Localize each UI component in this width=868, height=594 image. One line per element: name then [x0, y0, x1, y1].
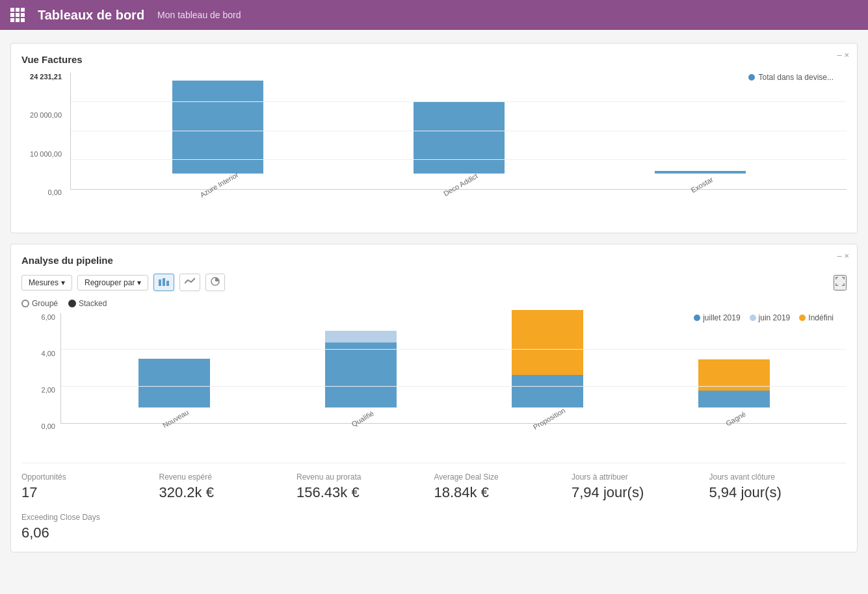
pipeline-toolbar: Mesures ▾ Regrouper par ▾	[21, 274, 847, 291]
bar-nouveau-blue	[138, 359, 210, 407]
svg-rect-0	[159, 279, 161, 286]
app-title: Tableaux de bord	[38, 8, 144, 23]
metric-opportunites: Opportunités 17	[21, 472, 159, 508]
chart1-bars-area: Azure Interior Deco Addict Exostar	[70, 73, 847, 190]
pie-chart-btn[interactable]	[205, 274, 225, 291]
metric-revenu-prorata: Revenu au prorata 156.43k €	[296, 472, 434, 508]
bar-nouveau: Nouveau	[138, 313, 210, 423]
y2-4: 4,00	[42, 350, 55, 357]
bar-proposition-label: Proposition	[532, 406, 567, 431]
y2-0: 0,00	[42, 422, 55, 430]
y2-6: 6,00	[42, 313, 55, 321]
card2-title: Analyse du pipeline	[21, 255, 847, 266]
bar-qualifie-blue	[325, 342, 397, 407]
bar-qualifie: Qualifié	[325, 313, 397, 423]
bar-exostar-label: Exostar	[689, 175, 714, 194]
bar-gagne: Gagné	[698, 313, 770, 423]
yaxis-label: 0,00	[48, 188, 62, 196]
grouped-radio[interactable]	[21, 300, 29, 307]
bar-nouveau-label: Nouveau	[161, 408, 190, 429]
yaxis-label: 10 000,00	[30, 150, 62, 158]
bar-chart-btn[interactable]	[153, 274, 174, 291]
bar-qualifie-light	[325, 331, 397, 342]
yaxis-label: 20 000,00	[30, 111, 62, 119]
bar-exostar-rect	[655, 171, 746, 174]
stacked-radio[interactable]	[68, 300, 76, 307]
metrics-row: Opportunités 17 Revenu espéré 320.2k € R…	[21, 463, 847, 508]
grouped-option[interactable]: Groupé	[21, 299, 58, 308]
chart1-yaxis: 24 231,21 20 000,00 10 000,00 0,00	[21, 73, 67, 196]
bar-azure: Azure Interior	[172, 81, 263, 189]
card1-close[interactable]: – ×	[837, 50, 849, 60]
regrouper-dropdown[interactable]: Regrouper par ▾	[77, 275, 148, 291]
y2-2: 2,00	[42, 386, 55, 394]
mesures-dropdown[interactable]: Mesures ▾	[21, 275, 72, 291]
line-chart-btn[interactable]	[179, 274, 200, 291]
bar-deco: Deco Addict	[414, 102, 505, 189]
card-pipeline: Analyse du pipeline – × Mesures ▾ Regrou…	[10, 244, 858, 552]
bar-proposition: Proposition	[512, 313, 583, 423]
chart2-bars-area: Nouveau Qualifié	[60, 313, 847, 424]
metric-jours-cloture: Jours avant clôture 5,94 jour(s)	[709, 472, 847, 508]
chart2-yaxis: 6,00 4,00 2,00 0,00	[21, 313, 60, 430]
svg-rect-1	[163, 278, 165, 286]
card-vue-factures: Vue Factures – × Total dans la devise...…	[10, 43, 858, 233]
metric-revenu-espere: Revenu espéré 320.2k €	[159, 472, 297, 508]
bar-proposition-blue	[512, 375, 583, 407]
stacked-option[interactable]: Stacked	[68, 299, 107, 308]
metric-deal-size: Average Deal Size 18.84k €	[434, 472, 572, 508]
breadcrumb: Mon tableau de bord	[157, 10, 241, 20]
bar-qualifie-label: Qualifié	[350, 409, 375, 428]
top-nav: Tableaux de bord Mon tableau de bord	[0, 0, 868, 30]
bar-deco-label: Deco Addict	[442, 172, 479, 198]
chart-options: Groupé Stacked	[21, 299, 847, 308]
bar-gagne-orange	[698, 359, 770, 391]
card2-close[interactable]: – ×	[837, 251, 849, 261]
extra-metric: Exceeding Close Days 6,06	[21, 508, 847, 541]
bar-azure-rect	[172, 81, 263, 174]
bar-azure-label: Azure Interior	[199, 170, 240, 198]
fullscreen-btn[interactable]	[834, 275, 847, 291]
bar-gagne-blue	[698, 391, 770, 407]
yaxis-label: 24 231,21	[30, 73, 62, 81]
bar-gagne-label: Gagné	[724, 410, 747, 428]
bar-exostar: Exostar	[655, 171, 746, 189]
bar-proposition-orange	[512, 310, 583, 375]
svg-rect-2	[166, 281, 169, 286]
grid-icon[interactable]	[10, 8, 25, 22]
bar-deco-rect	[414, 102, 505, 174]
card1-title: Vue Factures	[21, 54, 847, 65]
metric-jours-attribuer: Jours à attribuer 7,94 jour(s)	[572, 472, 709, 508]
main-content: Vue Factures – × Total dans la devise...…	[0, 30, 868, 565]
